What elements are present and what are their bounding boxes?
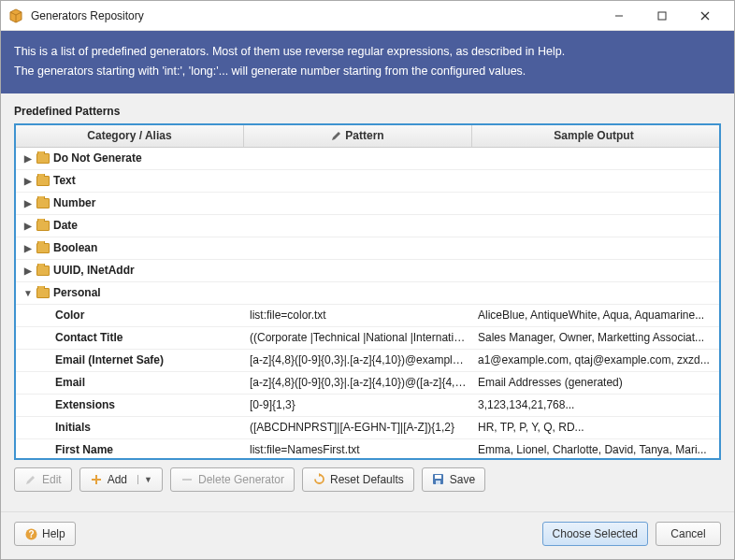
- column-header-sample[interactable]: Sample Output: [472, 125, 715, 147]
- category-row[interactable]: ▼Personal: [16, 282, 719, 305]
- column-header-category[interactable]: Category / Alias: [16, 125, 244, 147]
- svg-marker-9: [319, 473, 322, 477]
- table-row[interactable]: First Namelist:file=NamesFirst.txtEmma, …: [16, 439, 719, 458]
- category-row[interactable]: ▶Date: [16, 215, 719, 237]
- expand-icon: ▶: [23, 243, 33, 253]
- chevron-down-icon[interactable]: ▼: [137, 475, 152, 484]
- svg-rect-12: [436, 481, 440, 484]
- maximize-button[interactable]: [641, 2, 684, 30]
- delete-generator-button[interactable]: Delete Generator: [170, 467, 295, 492]
- minus-icon: [180, 473, 194, 486]
- banner-line-1: This is a list of predefined generators.…: [14, 42, 721, 62]
- category-row[interactable]: ▶Number: [16, 193, 719, 215]
- table-row[interactable]: Contact Title((Corporate |Technical |Nat…: [16, 327, 719, 350]
- cancel-button[interactable]: Cancel: [656, 522, 721, 546]
- table-header: Category / Alias Pattern Sample Output: [16, 125, 719, 148]
- plus-icon: [90, 473, 103, 486]
- add-button[interactable]: Add ▼: [79, 467, 163, 492]
- expand-icon: ▶: [23, 153, 33, 164]
- pencil-icon: [24, 473, 37, 486]
- category-row[interactable]: ▶UUID, INetAddr: [16, 260, 719, 282]
- table-row[interactable]: Email (Internet Safe)[a-z]{4,8}([0-9]{0,…: [16, 350, 719, 372]
- category-row[interactable]: ▶Do Not Generate: [16, 148, 719, 170]
- svg-rect-3: [658, 12, 666, 20]
- choose-selected-button[interactable]: Choose Selected: [542, 522, 648, 546]
- patterns-table: Category / Alias Pattern Sample Output ▶…: [14, 123, 721, 460]
- info-banner: This is a list of predefined generators.…: [1, 31, 734, 93]
- column-header-pattern[interactable]: Pattern: [244, 125, 472, 147]
- category-row[interactable]: ▶Boolean: [16, 237, 719, 260]
- table-body[interactable]: ▶Do Not Generate ▶Text ▶Number ▶Date ▶Bo…: [16, 148, 719, 458]
- folder-icon: [36, 221, 50, 231]
- svg-text:?: ?: [28, 529, 34, 539]
- table-row[interactable]: Extensions[0-9]{1,3}3,123,134,21,768...: [16, 395, 719, 417]
- close-button[interactable]: [684, 2, 727, 30]
- toolbar: Edit Add ▼ Delete Generator Reset Defaul…: [1, 460, 734, 499]
- table-row[interactable]: Colorlist:file=color.txtAliceBlue, Antiq…: [16, 305, 719, 327]
- table-row[interactable]: Initials([ABCDHNPRST]|[A-EGHN-T]|[A-Z]){…: [16, 417, 719, 439]
- category-row[interactable]: ▶Text: [16, 170, 719, 193]
- pencil-icon: [331, 131, 341, 141]
- folder-icon: [36, 288, 50, 298]
- banner-line-2: The generators starting with 'int:', 'lo…: [14, 62, 721, 81]
- section-label: Predefined Patterns: [1, 93, 734, 123]
- save-icon: [432, 473, 445, 486]
- expand-icon: ▶: [23, 198, 33, 208]
- expand-icon: ▶: [23, 176, 33, 186]
- folder-icon: [36, 176, 50, 186]
- folder-icon: [36, 243, 50, 253]
- app-icon: [8, 8, 23, 23]
- save-button[interactable]: Save: [422, 467, 485, 492]
- expand-icon: ▶: [23, 221, 33, 231]
- expand-icon: ▶: [23, 266, 33, 276]
- help-button[interactable]: ? Help: [14, 522, 76, 546]
- reset-defaults-button[interactable]: Reset Defaults: [302, 467, 414, 492]
- folder-icon: [36, 153, 50, 164]
- minimize-button[interactable]: [598, 2, 641, 30]
- dialog-window: Generators Repository This is a list of …: [0, 0, 735, 560]
- folder-icon: [36, 198, 50, 208]
- edit-button[interactable]: Edit: [14, 467, 72, 492]
- refresh-icon: [312, 473, 325, 486]
- window-title: Generators Repository: [31, 9, 598, 22]
- dialog-footer: ? Help Choose Selected Cancel: [1, 511, 734, 559]
- titlebar: Generators Repository: [1, 1, 734, 31]
- table-row[interactable]: Email[a-z]{4,8}([0-9]{0,3}|.[a-z]{4,10})…: [16, 372, 719, 395]
- folder-icon: [36, 266, 50, 276]
- help-icon: ?: [24, 527, 37, 540]
- svg-rect-11: [435, 475, 441, 479]
- collapse-icon: ▼: [23, 288, 33, 298]
